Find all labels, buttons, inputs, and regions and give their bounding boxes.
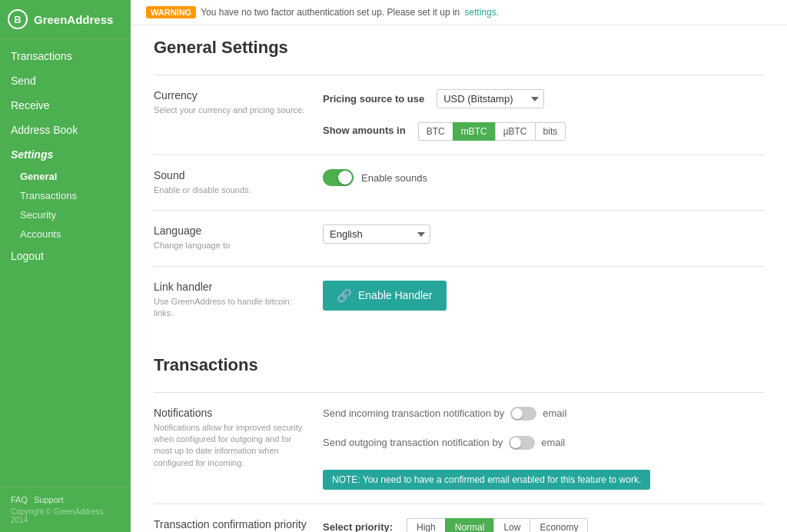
copyright-text: Copyright © GreenAddress 2014 [11, 507, 120, 524]
sidebar-item-settings[interactable]: Settings [0, 142, 131, 167]
language-label: Language [154, 224, 307, 237]
language-row: Language Change language to English Span… [154, 210, 764, 265]
incoming-toggle-thumb [512, 408, 523, 419]
sidebar-sub-item-general[interactable]: General [0, 167, 131, 186]
outgoing-email-label: email [541, 437, 565, 448]
amount-btn-ubtc[interactable]: µBTC [495, 122, 535, 141]
priority-row: Transaction confirmation priority Set de… [154, 504, 764, 532]
amount-btn-bits[interactable]: bits [535, 122, 566, 141]
sound-desc: Enable or disable sounds. [154, 185, 307, 196]
transactions-title: Transactions [154, 355, 764, 381]
outgoing-toggle-thumb [510, 437, 521, 448]
outgoing-notif-label: Send outgoing transaction notification b… [323, 437, 503, 448]
priority-btn-high[interactable]: High [407, 518, 445, 532]
main-content: WARNING You have no two factor authentic… [131, 0, 787, 532]
sidebar-item-send[interactable]: Send [0, 68, 131, 93]
sidebar-sub-item-transactions[interactable]: Transactions [0, 186, 131, 205]
notifications-control: Send incoming transaction notification b… [323, 407, 764, 490]
sidebar-item-receive[interactable]: Receive [0, 93, 131, 118]
link-handler-control: 🔗 Enable Handler [323, 281, 764, 311]
link-handler-desc: Use GreenAddress to handle bitcoin: link… [154, 296, 307, 320]
transactions-section: Transactions Notifications Notifications… [154, 355, 764, 532]
sidebar-item-logout[interactable]: Logout [0, 244, 131, 268]
incoming-notif-row: Send incoming transaction notification b… [323, 407, 566, 421]
warning-settings-link[interactable]: settings. [464, 7, 499, 18]
notifications-row: Notifications Notifications allow for im… [154, 392, 764, 504]
sound-toggle-label: Enable sounds [361, 172, 427, 184]
settings-content: General Settings Currency Select your cu… [131, 25, 787, 532]
sound-label: Sound [154, 169, 307, 181]
toggle-thumb [338, 171, 352, 185]
sidebar-logo: B GreenAddress [0, 0, 131, 39]
currency-label: Currency [154, 89, 307, 101]
sound-toggle[interactable] [323, 169, 354, 186]
priority-label-col: Transaction confirmation priority Set de… [154, 518, 307, 532]
language-desc: Change language to [154, 240, 307, 251]
pricing-source-label: Pricing source to use [323, 93, 424, 105]
sidebar-item-transactions[interactable]: Transactions [0, 44, 131, 68]
priority-btn-economy[interactable]: Economy [530, 518, 588, 532]
priority-control: Select priority: High Normal Low Economy [323, 518, 764, 532]
sound-label-col: Sound Enable or disable sounds. [154, 169, 307, 196]
sound-row: Sound Enable or disable sounds. Enable s… [154, 155, 764, 210]
link-handler-row: Link handler Use GreenAddress to handle … [154, 266, 764, 334]
outgoing-toggle[interactable] [509, 436, 535, 450]
enable-handler-label: Enable Handler [358, 289, 433, 301]
warning-bar: WARNING You have no two factor authentic… [131, 0, 787, 25]
pricing-source-select[interactable]: USD (Bitstamp) EUR (Bitstamp) GBP (Bitst… [437, 89, 544, 108]
support-link[interactable]: Support [34, 495, 64, 504]
sidebar-footer: FAQ Support Copyright © GreenAddress 201… [0, 487, 131, 532]
logo-text: GreenAddress [34, 13, 113, 26]
select-priority-label: Select priority: [323, 521, 393, 532]
language-control: English Spanish French German Italian Po… [323, 224, 764, 244]
email-note-bar: NOTE: You need to have a confirmed email… [323, 470, 650, 490]
amount-btn-mbtc[interactable]: mBTC [453, 122, 495, 141]
language-select[interactable]: English Spanish French German Italian Po… [323, 224, 430, 244]
incoming-email-label: email [543, 407, 566, 419]
notifications-label-col: Notifications Notifications allow for im… [154, 407, 307, 470]
show-amounts-label: Show amounts in [323, 125, 406, 136]
logo-letter: B [14, 14, 21, 25]
currency-label-col: Currency Select your currency and pricin… [154, 89, 307, 116]
priority-buttons: High Normal Low Economy [407, 518, 588, 532]
toggle-track [323, 169, 354, 186]
sidebar-sub-item-security[interactable]: Security [0, 205, 131, 224]
general-settings-title: General Settings [154, 38, 764, 64]
priority-btn-normal[interactable]: Normal [445, 518, 494, 532]
incoming-toggle[interactable] [510, 407, 536, 421]
outgoing-notif-row: Send outgoing transaction notification b… [323, 436, 565, 450]
incoming-notif-label: Send incoming transaction notification b… [323, 407, 504, 419]
currency-desc: Select your currency and pricing source. [154, 105, 307, 116]
link-handler-label: Link handler [154, 281, 307, 293]
sidebar: B GreenAddress Transactions Send Receive… [0, 0, 131, 532]
sound-control: Enable sounds [323, 169, 764, 186]
enable-handler-button[interactable]: 🔗 Enable Handler [323, 281, 447, 311]
sidebar-sub-item-accounts[interactable]: Accounts [0, 224, 131, 244]
logo-circle: B [8, 9, 28, 29]
notifications-desc: Notifications allow for improved securit… [154, 422, 307, 470]
currency-row: Currency Select your currency and pricin… [154, 75, 764, 155]
warning-badge: WARNING [146, 6, 196, 18]
priority-btn-low[interactable]: Low [493, 518, 530, 532]
warning-text: You have no two factor authentication se… [201, 7, 460, 18]
amounts-buttons: BTC mBTC µBTC bits [418, 122, 566, 141]
priority-label: Transaction confirmation priority [154, 518, 307, 530]
amount-btn-btc[interactable]: BTC [418, 122, 453, 141]
sidebar-item-address-book[interactable]: Address Book [0, 118, 131, 142]
link-handler-label-col: Link handler Use GreenAddress to handle … [154, 281, 307, 320]
currency-control: Pricing source to use USD (Bitstamp) EUR… [323, 89, 764, 141]
link-icon: 🔗 [337, 288, 352, 303]
sidebar-navigation: Transactions Send Receive Address Book S… [0, 39, 131, 487]
language-label-col: Language Change language to [154, 224, 307, 251]
faq-link[interactable]: FAQ [11, 495, 28, 504]
notifications-label: Notifications [154, 407, 307, 419]
